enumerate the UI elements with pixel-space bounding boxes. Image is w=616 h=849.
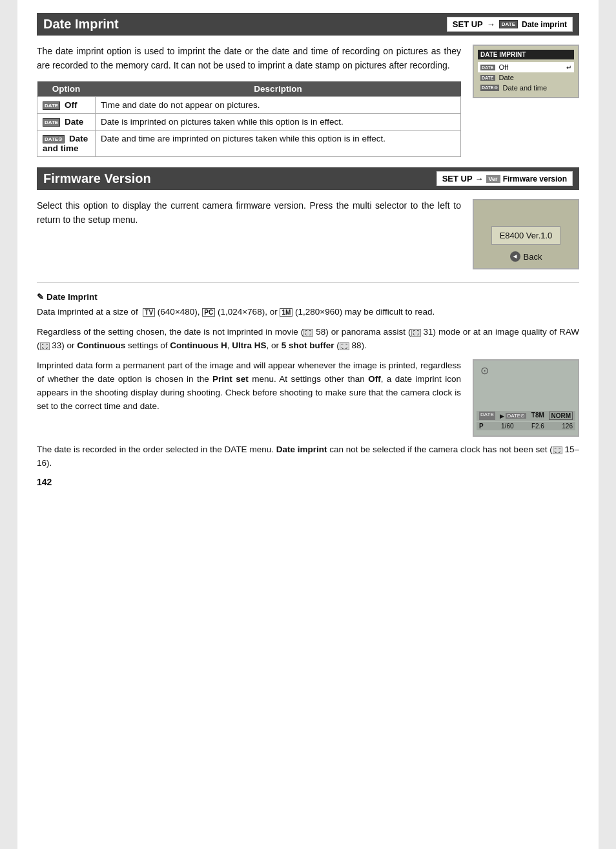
buffer-icon: ⛶	[340, 342, 349, 350]
note-title: Date Imprint	[37, 292, 579, 302]
frame-count: 126	[562, 423, 573, 430]
date-disp-icon2: DATE⊙	[506, 413, 526, 419]
screen-row-icon: DATE	[480, 75, 495, 81]
setup-label: SET UP	[453, 19, 483, 29]
option-icon: DATE	[43, 118, 60, 127]
option-icon: DATE	[43, 101, 60, 110]
arrow-right-icon: ▶	[500, 413, 504, 419]
date-imprint-intro: The date imprint option is used to impri…	[37, 45, 461, 72]
1m-icon: 1M	[280, 308, 293, 317]
continuous-bold: Continuous	[77, 341, 125, 350]
date-disp-icon: DATE	[479, 412, 495, 420]
shooting-display-screen: ⊙ DATE ▶ DATE⊙ T8M NORM P 1/60	[473, 359, 579, 437]
date-imprint-content: The date imprint option is used to impri…	[37, 45, 579, 157]
table-row: DATE⊙ Dateand timeDate and time are impr…	[37, 131, 461, 157]
ultra-hs-bold: Ultra HS	[232, 341, 266, 350]
5shot-bold: 5 shot buffer	[282, 341, 334, 350]
screen-row: DATE Off↵	[478, 62, 574, 72]
tv-icon: TV	[143, 308, 155, 317]
description-cell: Date is imprinted on pictures taken whil…	[96, 114, 461, 131]
bottom-text: Imprinted data form a permanent part of …	[37, 359, 461, 437]
screen-row: DATE⊙ Date and time	[478, 83, 574, 93]
screen-title: DATE IMPRINT	[478, 50, 574, 59]
print-set-bold: Print set	[212, 374, 249, 384]
table-row: DATE OffTime and date do not appear on p…	[37, 97, 461, 114]
fw-back-button: ◄ Back	[510, 251, 542, 262]
ver-box: Ver	[486, 175, 500, 183]
screen-row-label: Off	[499, 63, 508, 71]
setup-badge-fw: SET UP → Ver Firmware version	[436, 171, 573, 186]
disp-row-2: P 1/60 F2.6 126	[477, 422, 575, 430]
option-cell: DATE Date	[37, 114, 96, 131]
date-icon-box: DATE	[499, 20, 518, 28]
bottom-content: Imprinted data form a permanent part of …	[37, 359, 579, 437]
date-imprint-bold: Date imprint	[276, 445, 327, 454]
date-imprint-screen-col: DATE IMPRINT DATE Off↵DATE DateDATE⊙ Dat…	[473, 45, 579, 157]
setup-badge-date: SET UP → DATE Date imprint	[447, 17, 573, 32]
t8m-label: T8M	[531, 412, 544, 420]
continuous-h-bold: Continuous H	[170, 341, 227, 350]
fw-setup-label: SET UP	[442, 174, 473, 183]
option-cell: DATE Off	[37, 97, 96, 114]
fw-version-box: E8400 Ver.1.0	[491, 226, 561, 245]
clock-icon: ⛶	[553, 446, 562, 454]
table-row: DATE DateDate is imprinted on pictures t…	[37, 114, 461, 131]
description-cell: Date and time are imprinted on pictures …	[96, 131, 461, 157]
setup-path-date: Date imprint	[522, 20, 567, 29]
firmware-content: Select this option to display the curren…	[37, 199, 579, 269]
option-icon: DATE⊙	[43, 135, 65, 143]
screen-row-icon: DATE⊙	[480, 85, 499, 91]
notes-section: Date Imprint Data imprinted at a size of…	[37, 282, 579, 470]
screen-row-label: Date	[499, 74, 514, 81]
option-cell: DATE⊙ Dateand time	[37, 131, 96, 157]
fw-setup-path: Firmware version	[503, 174, 567, 183]
options-table: Option Description DATE OffTime and date…	[37, 81, 461, 157]
note-title-text: Date Imprint	[46, 292, 98, 302]
note-para-4: The date is recorded in the order select…	[37, 443, 579, 470]
fw-arrow-icon: →	[475, 174, 484, 183]
col-description: Description	[96, 81, 461, 97]
camera-viewfinder-icon: ⊙	[480, 364, 489, 377]
firmware-screen: E8400 Ver.1.0 ◄ Back	[473, 199, 579, 269]
page-number: 142	[37, 477, 579, 487]
date-imprint-title: Date Imprint	[43, 17, 119, 32]
col-option: Option	[37, 81, 96, 97]
arrow-icon: →	[487, 19, 495, 29]
disp-row-1: DATE ▶ DATE⊙ T8M NORM	[477, 411, 575, 421]
note-para-1: Data imprinted at a size of TV (640×480)…	[37, 306, 579, 319]
firmware-title: Firmware Version	[43, 171, 151, 186]
off-bold: Off	[368, 374, 381, 384]
date-imprint-header: Date Imprint SET UP → DATE Date imprint	[37, 13, 579, 36]
note-para-2: Regardless of the setting chosen, the da…	[37, 326, 579, 353]
screen-row: DATE Date	[478, 72, 574, 83]
enter-icon: ↵	[566, 64, 571, 71]
norm-label: NORM	[549, 412, 573, 420]
screen-row-icon: DATE	[480, 65, 495, 70]
display-grid: DATE ▶ DATE⊙ T8M NORM P 1/60 F2.6 126	[477, 411, 575, 430]
aperture: F2.6	[531, 423, 544, 430]
date-imprint-text-col: The date imprint option is used to impri…	[37, 45, 461, 157]
pc-icon: PC	[202, 308, 215, 317]
firmware-text: Select this option to display the curren…	[37, 199, 461, 269]
left-arrow-icon: ◄	[510, 251, 520, 262]
firmware-header: Firmware Version SET UP → Ver Firmware v…	[37, 167, 579, 190]
raw-icon: ⛶	[40, 342, 50, 350]
note-para-3: Imprinted data form a permanent part of …	[37, 359, 461, 414]
movie-icon: ⛶	[303, 329, 313, 337]
mode-p: P	[479, 423, 484, 430]
panorama-icon: ⛶	[411, 329, 421, 337]
description-cell: Time and date do not appear on pictures.	[96, 97, 461, 114]
date-imprint-camera-screen: DATE IMPRINT DATE Off↵DATE DateDATE⊙ Dat…	[473, 45, 579, 98]
shutter-speed: 1/60	[501, 423, 513, 430]
screen-row-label: Date and time	[503, 84, 547, 92]
fw-back-label: Back	[524, 252, 542, 262]
